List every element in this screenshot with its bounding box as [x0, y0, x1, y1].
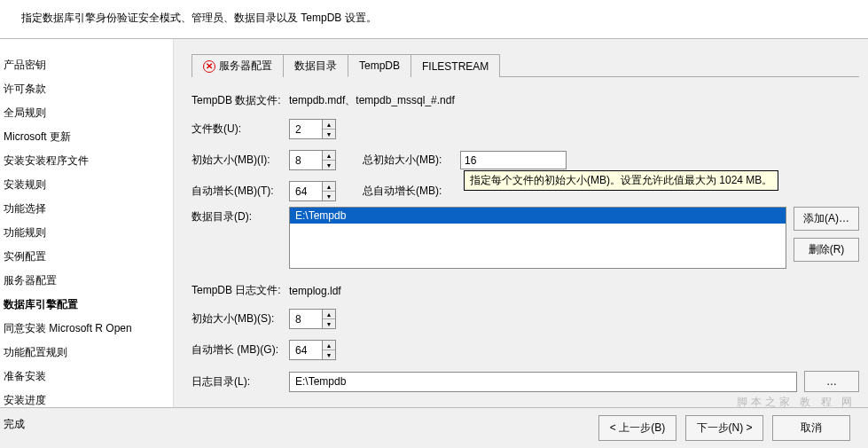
init-size-stepper[interactable]: ▲ ▼ — [323, 150, 336, 170]
value-log-files: templog.ldf — [289, 285, 341, 297]
header-bar: 指定数据库引擎身份验证安全模式、管理员、数据目录以及 TempDB 设置。 — [0, 0, 868, 39]
log-autogrow-stepper[interactable]: ▲ ▼ — [323, 340, 336, 360]
autogrow-down[interactable]: ▼ — [323, 192, 335, 200]
sidebar-item-1[interactable]: 许可条款 — [0, 77, 173, 101]
tabs: ✕服务器配置数据目录TempDBFILESTREAM — [192, 53, 859, 77]
watermark: 脚本之家 教 程 网 — [737, 395, 856, 410]
row-log-autogrow: 自动增长 (MB)(G): ▲ ▼ — [192, 340, 859, 360]
label-total-autogrow: 总自动增长(MB): — [363, 184, 460, 199]
add-button[interactable]: 添加(A)… — [794, 207, 859, 231]
sidebar-item-10[interactable]: 数据库引擎配置 — [0, 293, 173, 317]
total-init-input[interactable] — [460, 151, 567, 169]
label-log-autogrow: 自动增长 (MB)(G): — [192, 342, 289, 358]
log-autogrow-down[interactable]: ▼ — [323, 350, 335, 359]
autogrow-input[interactable] — [289, 181, 323, 201]
back-button[interactable]: < 上一步(B) — [598, 415, 676, 441]
sidebar-item-11[interactable]: 同意安装 Microsoft R Open — [0, 317, 173, 341]
autogrow-up[interactable]: ▲ — [323, 182, 335, 192]
log-init-input[interactable] — [289, 309, 323, 329]
sidebar-item-3[interactable]: Microsoft 更新 — [0, 125, 173, 149]
tab-label: 服务器配置 — [219, 59, 272, 74]
file-count-down[interactable]: ▼ — [323, 130, 335, 138]
sidebar-item-14[interactable]: 安装进度 — [0, 389, 173, 413]
file-count-up[interactable]: ▲ — [323, 120, 335, 130]
sidebar-item-0[interactable]: 产品密钥 — [0, 53, 173, 77]
tooltip: 指定每个文件的初始大小(MB)。设置允许此值最大为 1024 MB。 — [464, 170, 778, 191]
file-count-spinner[interactable]: ▲ ▼ — [289, 119, 336, 139]
label-data-files: TempDB 数据文件: — [192, 93, 289, 108]
data-dir-buttons: 添加(A)… 删除(R) — [794, 207, 859, 262]
data-dir-item[interactable]: E:\Tempdb — [290, 208, 786, 224]
page-subtitle: 指定数据库引擎身份验证安全模式、管理员、数据目录以及 TempDB 设置。 — [21, 12, 377, 24]
tab-3[interactable]: FILESTREAM — [411, 54, 500, 77]
sidebar-item-4[interactable]: 安装安装程序文件 — [0, 149, 173, 173]
sidebar-item-7[interactable]: 功能规则 — [0, 221, 173, 245]
log-init-spinner[interactable]: ▲ ▼ — [289, 309, 336, 329]
tab-1[interactable]: 数据目录 — [283, 54, 348, 77]
file-count-stepper[interactable]: ▲ ▼ — [323, 119, 336, 139]
tempdb-form: TempDB 数据文件: tempdb.mdf、tempdb_mssql_#.n… — [192, 77, 859, 392]
file-count-input[interactable] — [289, 119, 323, 139]
row-file-count: 文件数(U): ▲ ▼ — [192, 119, 859, 139]
log-autogrow-up[interactable]: ▲ — [323, 341, 335, 350]
main-area: 产品密钥许可条款全局规则Microsoft 更新安装安装程序文件安装规则功能选择… — [0, 39, 868, 407]
init-size-spinner[interactable]: ▲ ▼ — [289, 150, 336, 170]
next-button[interactable]: 下一步(N) > — [685, 415, 763, 441]
log-autogrow-spinner[interactable]: ▲ ▼ — [289, 340, 336, 360]
init-size-input[interactable] — [289, 150, 323, 170]
init-size-down[interactable]: ▼ — [323, 161, 335, 169]
sidebar-item-12[interactable]: 功能配置规则 — [0, 341, 173, 365]
sidebar-item-9[interactable]: 服务器配置 — [0, 269, 173, 293]
sidebar-item-8[interactable]: 实例配置 — [0, 245, 173, 269]
label-init-size: 初始大小(MB)(I): — [192, 153, 289, 168]
label-total-init: 总初始大小(MB): — [363, 153, 460, 168]
tab-label: 数据目录 — [294, 59, 337, 74]
row-log-init: 初始大小(MB)(S): ▲ ▼ — [192, 309, 859, 329]
row-data-files: TempDB 数据文件: tempdb.mdf、tempdb_mssql_#.n… — [192, 93, 859, 108]
cancel-button[interactable]: 取消 — [772, 415, 850, 441]
sidebar: 产品密钥许可条款全局规则Microsoft 更新安装安装程序文件安装规则功能选择… — [0, 39, 174, 407]
log-dir-input[interactable] — [289, 372, 797, 392]
error-icon: ✕ — [203, 60, 215, 73]
label-log-files: TempDB 日志文件: — [192, 283, 289, 298]
data-dir-list[interactable]: E:\Tempdb — [289, 207, 786, 269]
sidebar-item-2[interactable]: 全局规则 — [0, 101, 173, 125]
sidebar-item-5[interactable]: 安装规则 — [0, 173, 173, 197]
label-data-dir: 数据目录(D): — [192, 207, 289, 224]
init-size-up[interactable]: ▲ — [323, 151, 335, 161]
label-file-count: 文件数(U): — [192, 122, 289, 137]
remove-button[interactable]: 删除(R) — [794, 238, 859, 262]
label-log-init: 初始大小(MB)(S): — [192, 311, 289, 326]
row-log-dir: 日志目录(L): … — [192, 371, 859, 392]
log-init-stepper[interactable]: ▲ ▼ — [323, 309, 336, 329]
row-data-dir: 数据目录(D): E:\Tempdb 添加(A)… 删除(R) — [192, 207, 859, 269]
content-panel: ✕服务器配置数据目录TempDBFILESTREAM TempDB 数据文件: … — [174, 39, 868, 407]
label-autogrow: 自动增长(MB)(T): — [192, 184, 289, 199]
tab-2[interactable]: TempDB — [348, 54, 411, 77]
sidebar-item-6[interactable]: 功能选择 — [0, 197, 173, 221]
tab-label: FILESTREAM — [422, 60, 489, 73]
log-init-up[interactable]: ▲ — [323, 310, 335, 319]
autogrow-spinner[interactable]: ▲ ▼ — [289, 181, 336, 201]
label-log-dir: 日志目录(L): — [192, 374, 289, 389]
log-init-down[interactable]: ▼ — [323, 319, 335, 328]
autogrow-stepper[interactable]: ▲ ▼ — [323, 181, 336, 201]
log-autogrow-input[interactable] — [289, 340, 323, 360]
row-init-size: 初始大小(MB)(I): ▲ ▼ 总初始大小(MB): — [192, 150, 859, 170]
row-log-files: TempDB 日志文件: templog.ldf — [192, 283, 859, 298]
tab-label: TempDB — [359, 59, 400, 72]
sidebar-item-13[interactable]: 准备安装 — [0, 365, 173, 389]
browse-button[interactable]: … — [804, 371, 859, 392]
tab-0[interactable]: ✕服务器配置 — [192, 54, 284, 77]
value-data-files: tempdb.mdf、tempdb_mssql_#.ndf — [289, 93, 455, 108]
sidebar-item-15[interactable]: 完成 — [0, 413, 173, 436]
